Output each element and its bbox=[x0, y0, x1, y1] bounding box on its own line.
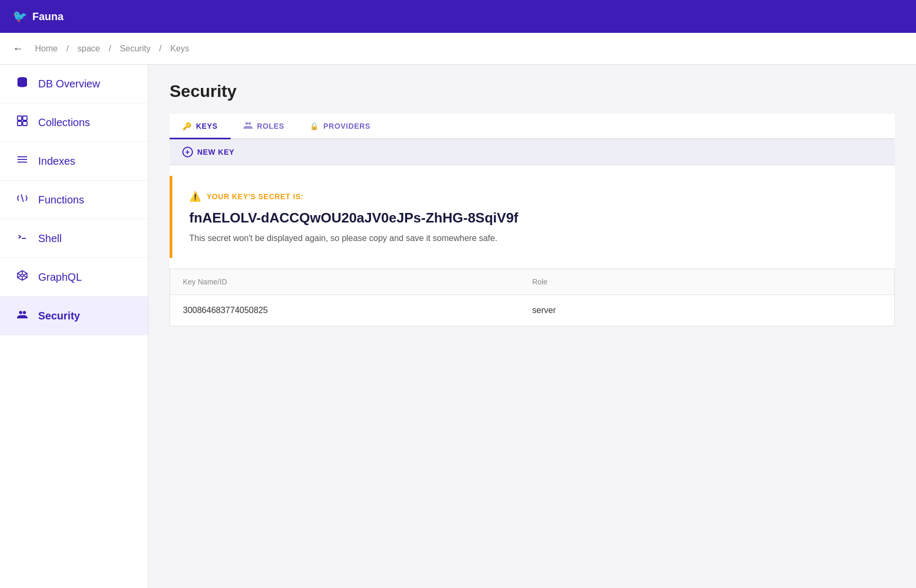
sidebar-item-label: Security bbox=[38, 310, 80, 322]
sidebar-item-indexes[interactable]: Indexes bbox=[0, 142, 148, 181]
svg-line-8 bbox=[21, 194, 23, 202]
svg-line-14 bbox=[24, 273, 27, 275]
secret-warning: ⚠️ YOUR KEY'S SECRET IS: bbox=[189, 191, 878, 202]
new-key-label: NEW KEY bbox=[197, 148, 234, 156]
sidebar-item-label: DB Overview bbox=[38, 78, 100, 90]
svg-line-15 bbox=[17, 276, 21, 278]
app-logo: 🐦 Fauna bbox=[13, 10, 64, 23]
sidebar-item-shell[interactable]: Shell bbox=[0, 219, 148, 258]
breadcrumb-home[interactable]: Home bbox=[35, 44, 58, 53]
collections-icon bbox=[15, 115, 30, 130]
sidebar-item-label: Indexes bbox=[38, 155, 75, 167]
sidebar-item-functions[interactable]: Functions bbox=[0, 181, 148, 219]
breadcrumb: Home / space / Security / Keys bbox=[32, 44, 192, 54]
svg-point-21 bbox=[248, 122, 251, 125]
svg-point-18 bbox=[19, 311, 22, 314]
sidebar-item-db-overview[interactable]: DB Overview bbox=[0, 65, 148, 103]
breadcrumb-sep-2: / bbox=[109, 44, 111, 53]
sidebar-item-label: GraphQL bbox=[38, 271, 82, 283]
sidebar: DB Overview Collections I bbox=[0, 65, 148, 588]
app-name: Fauna bbox=[32, 11, 64, 23]
sidebar-item-label: Shell bbox=[38, 233, 61, 245]
svg-point-11 bbox=[21, 274, 24, 277]
secret-note: This secret won't be displayed again, so… bbox=[189, 234, 878, 243]
svg-line-17 bbox=[17, 273, 21, 275]
secret-warning-label: YOUR KEY'S SECRET IS: bbox=[207, 192, 304, 201]
sidebar-item-graphql[interactable]: GraphQL bbox=[0, 258, 148, 297]
roles-tab-icon bbox=[243, 120, 253, 131]
svg-rect-1 bbox=[17, 116, 22, 120]
breadcrumb-bar: ← Home / space / Security / Keys bbox=[0, 33, 916, 65]
sidebar-item-collections[interactable]: Collections bbox=[0, 103, 148, 142]
svg-point-20 bbox=[245, 122, 248, 125]
svg-point-19 bbox=[23, 311, 26, 314]
new-key-button[interactable]: + NEW KEY bbox=[182, 147, 234, 157]
topbar: 🐦 Fauna bbox=[0, 0, 916, 33]
tab-roles[interactable]: ROLES bbox=[231, 114, 297, 139]
col-role: Role bbox=[532, 278, 882, 286]
graphql-icon bbox=[15, 270, 30, 284]
secret-banner: ⚠️ YOUR KEY'S SECRET IS: fnAELOLV-dACCQw… bbox=[170, 176, 895, 258]
breadcrumb-sep-1: / bbox=[66, 44, 68, 53]
tab-roles-label: ROLES bbox=[257, 122, 285, 130]
sidebar-item-security[interactable]: Security bbox=[0, 297, 148, 335]
tab-providers-label: PROVIDERS bbox=[323, 122, 371, 130]
tab-providers[interactable]: 🔒 PROVIDERS bbox=[297, 114, 383, 139]
table-row[interactable]: 300864683774050825 server bbox=[170, 295, 894, 326]
svg-rect-2 bbox=[23, 116, 27, 120]
main-content: Security 🔑 KEYS bbox=[148, 65, 916, 588]
key-role: server bbox=[532, 306, 882, 315]
page-title: Security bbox=[170, 82, 895, 101]
sidebar-item-label: Collections bbox=[38, 117, 90, 129]
breadcrumb-sep-3: / bbox=[159, 44, 161, 53]
tab-keys-label: KEYS bbox=[196, 122, 218, 130]
breadcrumb-keys[interactable]: Keys bbox=[170, 44, 189, 53]
svg-rect-4 bbox=[23, 121, 27, 126]
breadcrumb-space[interactable]: space bbox=[77, 44, 100, 53]
security-panel: 🔑 KEYS ROLES bbox=[170, 114, 895, 326]
warning-icon: ⚠️ bbox=[189, 191, 201, 202]
indexes-icon bbox=[15, 154, 30, 168]
key-id: 300864683774050825 bbox=[183, 306, 532, 315]
keys-table: Key Name/ID Role 300864683774050825 serv… bbox=[170, 269, 895, 326]
new-key-bar: + NEW KEY bbox=[170, 139, 895, 165]
main-layout: DB Overview Collections I bbox=[0, 65, 916, 588]
tab-keys[interactable]: 🔑 KEYS bbox=[170, 114, 231, 139]
security-icon bbox=[15, 308, 30, 323]
breadcrumb-security[interactable]: Security bbox=[120, 44, 151, 53]
col-key-name: Key Name/ID bbox=[183, 278, 532, 286]
functions-icon bbox=[15, 192, 30, 207]
fauna-bird-icon: 🐦 bbox=[13, 10, 27, 23]
plus-circle-icon: + bbox=[182, 147, 193, 157]
table-header: Key Name/ID Role bbox=[170, 269, 894, 295]
db-overview-icon bbox=[15, 76, 30, 91]
back-button[interactable]: ← bbox=[13, 42, 23, 55]
svg-rect-3 bbox=[17, 121, 22, 126]
secret-key-value: fnAELOLV-dACCQwOU20aJV0eJPs-ZhHG-8SqiV9f bbox=[189, 210, 878, 226]
providers-tab-icon: 🔒 bbox=[310, 122, 319, 130]
sidebar-item-label: Functions bbox=[38, 194, 84, 206]
shell-icon bbox=[15, 231, 30, 246]
svg-line-16 bbox=[24, 276, 27, 278]
tabs: 🔑 KEYS ROLES bbox=[170, 114, 895, 139]
key-tab-icon: 🔑 bbox=[182, 122, 192, 130]
